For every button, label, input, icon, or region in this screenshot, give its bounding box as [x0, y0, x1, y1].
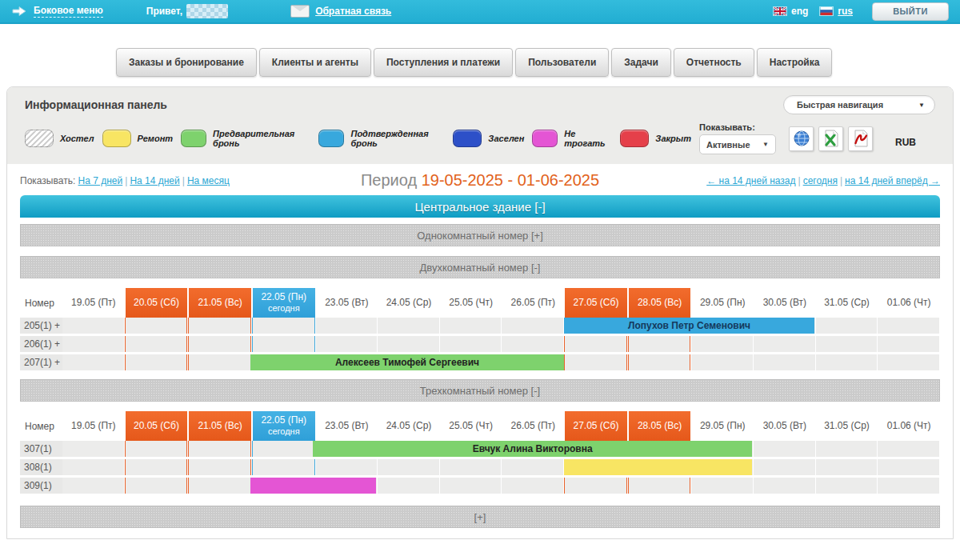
grid-cell[interactable] [816, 478, 878, 494]
booking-bar[interactable]: Алексеев Тимофей Сергеевич [250, 354, 564, 370]
grid-cell[interactable] [440, 336, 502, 352]
grid-cell[interactable] [628, 336, 691, 352]
grid-cell[interactable] [878, 318, 939, 334]
grid-cell[interactable] [316, 459, 378, 475]
grid-cell[interactable] [125, 478, 188, 494]
grid-cell[interactable] [316, 336, 378, 352]
grid-cell[interactable] [564, 478, 627, 494]
booking-bar[interactable]: Евчук Алина Викторовна [313, 441, 752, 457]
section-header-2[interactable]: Двухкомнатный номер [-] [20, 256, 940, 278]
grid-cell[interactable] [252, 336, 315, 352]
grid-cell[interactable] [816, 354, 878, 370]
grid-cell[interactable] [564, 354, 627, 370]
grid-cell[interactable] [378, 336, 439, 352]
room-label[interactable]: 205(1) + [20, 318, 62, 334]
grid-cell[interactable] [252, 318, 315, 334]
nav-tab-1[interactable]: Заказы и бронирование [116, 48, 257, 77]
grid-cell[interactable] [252, 441, 315, 457]
grid-cell[interactable] [378, 478, 439, 494]
section-header-3[interactable]: Трехкомнатный номер [-] [20, 379, 940, 402]
section-header-1[interactable]: Однокомнатный номер [+] [20, 224, 940, 246]
grid-cell[interactable] [816, 459, 878, 475]
range-link-3[interactable]: На месяц [187, 175, 230, 186]
booking-bar[interactable]: Лопухов Петр Семенович [564, 318, 814, 334]
room-label[interactable]: 207(1) + [20, 354, 62, 370]
globe-icon[interactable] [789, 126, 814, 151]
grid-cell[interactable] [816, 336, 878, 352]
booking-bar[interactable] [564, 459, 752, 475]
grid-cell[interactable] [754, 441, 815, 457]
grid-cell[interactable] [125, 459, 188, 475]
nav-tab-7[interactable]: Настройка [757, 48, 833, 77]
grid-cell[interactable] [878, 336, 939, 352]
grid-cell[interactable] [754, 478, 815, 494]
grid-cell[interactable] [62, 459, 124, 475]
nav-tab-2[interactable]: Клиенты и агенты [259, 48, 371, 77]
logout-button[interactable]: выйти [872, 2, 949, 21]
nav-tab-3[interactable]: Поступления и платежи [374, 48, 513, 77]
grid-cell[interactable] [502, 459, 563, 475]
grid-cell[interactable] [440, 478, 502, 494]
room-label[interactable]: 307(1) [20, 441, 62, 457]
grid-cell[interactable] [125, 318, 188, 334]
period-nav-link-2[interactable]: сегодня [803, 175, 838, 186]
nav-tab-6[interactable]: Отчетность [674, 48, 754, 77]
grid-cell[interactable] [754, 354, 815, 370]
show-filter-select[interactable]: Активные ▼ [699, 134, 776, 154]
grid-cell[interactable] [188, 318, 251, 334]
grid-cell[interactable] [378, 459, 439, 475]
grid-cell[interactable] [691, 478, 753, 494]
grid-cell[interactable] [502, 478, 563, 494]
grid-cell[interactable] [691, 354, 753, 370]
excel-icon[interactable] [818, 126, 843, 151]
grid-cell[interactable] [188, 336, 251, 352]
grid-cell[interactable] [188, 354, 251, 370]
room-label[interactable]: 308(1) [20, 459, 62, 475]
grid-cell[interactable] [878, 354, 939, 370]
grid-cell[interactable] [440, 318, 502, 334]
room-label[interactable]: 206(1) + [20, 336, 62, 352]
grid-cell[interactable] [62, 318, 124, 334]
grid-cell[interactable] [816, 441, 878, 457]
grid-cell[interactable] [754, 336, 815, 352]
grid-cell[interactable] [188, 441, 251, 457]
grid-cell[interactable] [564, 336, 627, 352]
grid-cell[interactable] [691, 336, 753, 352]
grid-cell[interactable] [440, 459, 502, 475]
grid-cell[interactable] [188, 478, 251, 494]
grid-cell[interactable] [502, 318, 563, 334]
pdf-icon[interactable] [848, 126, 873, 151]
booking-bar[interactable] [250, 478, 376, 494]
grid-cell[interactable] [125, 441, 188, 457]
grid-cell[interactable] [316, 318, 378, 334]
period-nav-link-3[interactable]: на 14 дней вперёд → [845, 175, 940, 186]
grid-cell[interactable] [125, 336, 188, 352]
grid-cell[interactable] [628, 354, 691, 370]
range-link-2[interactable]: На 14 дней [130, 175, 179, 186]
feedback-link[interactable]: Обратная связь [315, 6, 391, 17]
nav-tab-5[interactable]: Задачи [611, 48, 671, 77]
period-nav-link-1[interactable]: ← на 14 дней назад [706, 175, 795, 186]
nav-tab-4[interactable]: Пользователи [515, 48, 609, 77]
grid-cell[interactable] [62, 354, 124, 370]
lang-switch-eng[interactable]: eng [773, 6, 808, 17]
grid-cell[interactable] [252, 459, 315, 475]
grid-cell[interactable] [628, 478, 691, 494]
grid-cell[interactable] [62, 336, 124, 352]
grid-cell[interactable] [62, 478, 124, 494]
grid-cell[interactable] [125, 354, 188, 370]
side-menu-link[interactable]: Боковое меню [34, 5, 103, 18]
building-header[interactable]: Центральное здание [-] [20, 195, 940, 218]
grid-cell[interactable] [188, 459, 251, 475]
room-label[interactable]: 309(1) [20, 478, 62, 494]
grid-cell[interactable] [878, 478, 939, 494]
quick-navigation-select[interactable]: Быстрая навигация ▼ [783, 95, 935, 114]
grid-cell[interactable] [878, 459, 939, 475]
grid-cell[interactable] [878, 441, 939, 457]
grid-cell[interactable] [378, 318, 439, 334]
grid-cell[interactable] [502, 336, 563, 352]
grid-cell[interactable] [816, 318, 878, 334]
section-header-4[interactable]: [+] [20, 506, 940, 528]
range-link-1[interactable]: На 7 дней [78, 175, 123, 186]
grid-cell[interactable] [754, 459, 815, 475]
